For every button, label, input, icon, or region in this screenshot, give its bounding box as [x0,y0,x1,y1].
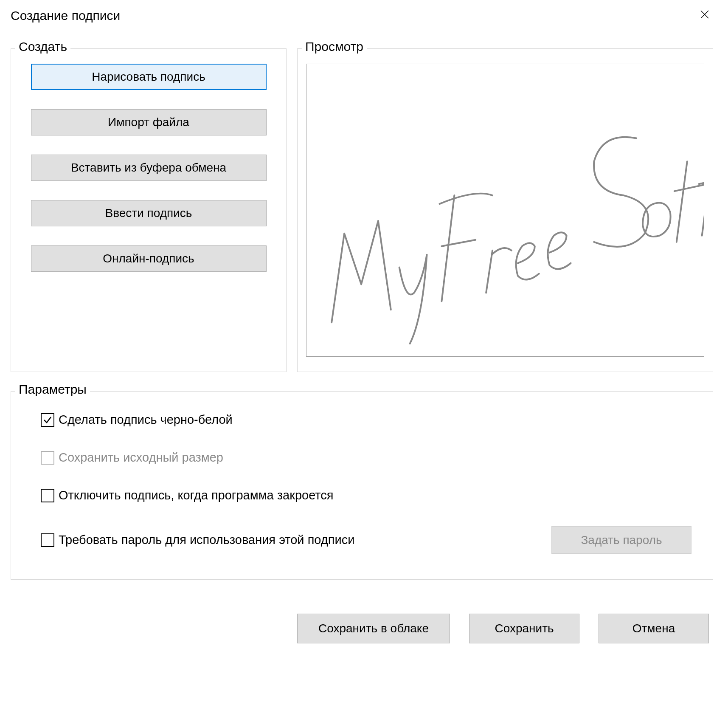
preview-group-title: Просмотр [302,39,367,54]
bw-label: Сделать подпись черно-белой [59,413,233,427]
type-signature-button[interactable]: Ввести подпись [31,200,267,226]
cancel-button[interactable]: Отмена [599,614,709,643]
save-button[interactable]: Сохранить [469,614,579,643]
close-button[interactable] [696,8,713,22]
require-password-checkbox[interactable] [41,533,54,547]
import-file-button[interactable]: Импорт файла [31,109,267,135]
require-password-label: Требовать пароль для использования этой … [59,533,354,547]
bw-checkbox[interactable] [41,413,54,427]
options-group-title: Параметры [15,382,90,397]
dialog-footer: Сохранить в облаке Сохранить Отмена [11,614,713,643]
create-group-title: Создать [15,39,70,54]
discard-on-close-label: Отключить подпись, когда программа закро… [59,488,333,502]
dialog-title: Создание подписи [11,8,120,23]
set-password-button: Задать пароль [551,526,691,554]
discard-on-close-checkbox[interactable] [41,489,54,502]
online-signature-button[interactable]: Онлайн-подпись [31,245,267,272]
signature-drawing [306,64,704,356]
save-cloud-button[interactable]: Сохранить в облаке [297,614,450,643]
close-icon [700,10,709,19]
preview-group: Просмотр [297,48,713,372]
draw-signature-button[interactable]: Нарисовать подпись [31,64,267,90]
keep-size-checkbox [41,451,54,465]
signature-preview-canvas[interactable] [306,64,704,357]
paste-clipboard-button[interactable]: Вставить из буфера обмена [31,155,267,181]
create-group: Создать Нарисовать подпись Импорт файла … [11,48,287,372]
check-icon [42,415,53,425]
keep-size-label: Сохранить исходный размер [59,451,223,465]
options-group: Параметры Сделать подпись черно-белой Со… [11,391,713,580]
